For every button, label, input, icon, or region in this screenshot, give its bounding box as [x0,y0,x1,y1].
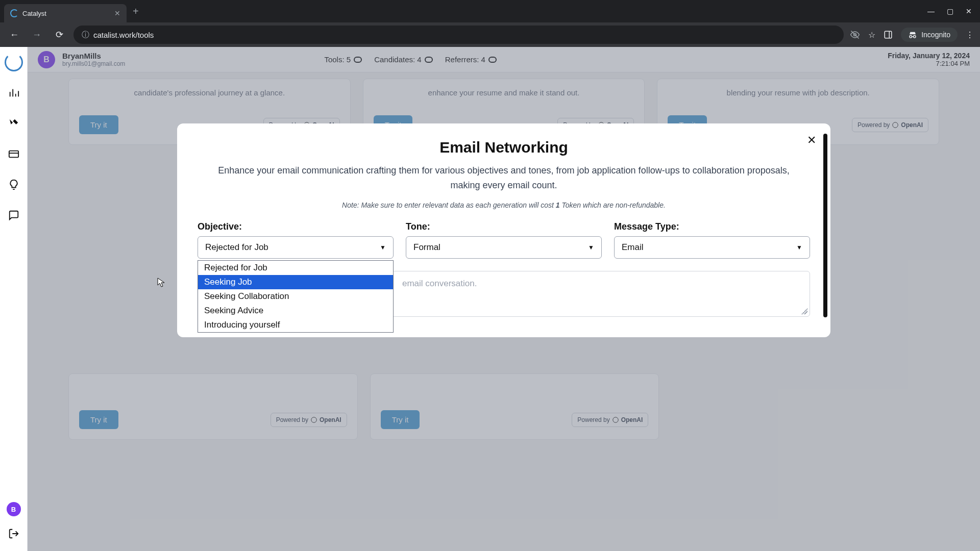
tone-selected: Formal [413,242,440,253]
rail-avatar-initial: B [11,506,16,513]
forward-icon[interactable]: → [29,27,45,43]
svg-rect-2 [885,31,892,38]
modal-title: Email Networking [198,139,810,156]
note-token: 1 [556,201,560,209]
dropdown-option[interactable]: Seeking Advice [198,304,393,318]
kebab-icon[interactable]: ⋮ [966,30,974,40]
chevron-down-icon: ▼ [380,244,386,251]
dropdown-option[interactable]: Seeking Job [198,275,393,289]
resize-handle[interactable] [801,308,807,314]
dropdown-option[interactable]: Rejected for Job [198,261,393,275]
incognito-badge[interactable]: Incognito [901,28,958,42]
star-icon[interactable]: ☆ [868,30,875,40]
message-type-label: Message Type: [614,221,810,232]
objective-select[interactable]: Rejected for Job ▼ [198,236,394,259]
browser-toolbar: ← → ⟳ ⓘ catalist.work/tools ☆ Incognito … [0,22,980,47]
analytics-icon[interactable] [5,84,23,102]
tone-label: Tone: [406,221,602,232]
note-suffix: Token which are non-refundable. [560,201,666,209]
modal-note: Note: Make sure to enter relevant data a… [198,201,810,209]
incognito-icon [908,31,917,38]
eye-off-icon[interactable] [850,30,860,40]
svg-rect-11 [9,151,18,158]
browser-tabstrip: Catalyst ✕ + — ▢ ✕ [0,0,980,22]
modal-overlay[interactable]: ✕ Email Networking Enhance your email co… [28,47,980,551]
email-networking-modal: ✕ Email Networking Enhance your email co… [177,123,830,337]
tab-title: Catalyst [22,10,46,17]
left-rail: B [0,47,28,551]
tone-select[interactable]: Formal ▼ [406,236,602,259]
objective-field: Objective: Rejected for Job ▼ Rejected f… [198,221,394,259]
scrollbar[interactable] [823,134,827,317]
textarea-placeholder-fragment: email conversation. [402,279,477,288]
message-type-selected: Email [622,242,644,253]
address-bar[interactable]: ⓘ catalist.work/tools [74,26,844,44]
tone-field: Tone: Formal ▼ [406,221,602,259]
close-window-icon[interactable]: ✕ [966,7,972,15]
form-row: Objective: Rejected for Job ▼ Rejected f… [198,221,810,259]
objective-label: Objective: [198,221,394,232]
browser-tab[interactable]: Catalyst ✕ [4,4,127,22]
svg-point-4 [910,36,912,38]
dropdown-option[interactable]: Seeking Collaboration [198,289,393,304]
note-prefix: Note: Make sure to enter relevant data a… [342,201,556,209]
minimize-icon[interactable]: — [927,7,935,15]
chevron-down-icon: ▼ [796,244,802,251]
logout-icon[interactable] [5,524,23,543]
objective-dropdown: Rejected for Job Seeking Job Seeking Col… [198,260,394,333]
close-icon[interactable]: ✕ [114,9,120,17]
panel-icon[interactable] [884,30,893,39]
new-tab-button[interactable]: + [133,6,139,17]
tools-icon[interactable] [5,114,23,133]
dropdown-option[interactable]: Introducing yourself [198,318,393,332]
card-icon[interactable] [5,145,23,163]
close-icon[interactable]: ✕ [807,134,816,147]
rail-avatar[interactable]: B [7,502,21,516]
url-text: catalist.work/tools [93,31,154,39]
svg-point-5 [914,36,916,38]
app-logo[interactable] [5,53,23,71]
message-type-field: Message Type: Email ▼ [614,221,810,259]
incognito-label: Incognito [921,31,950,39]
lightbulb-icon[interactable] [5,176,23,194]
maximize-icon[interactable]: ▢ [947,7,953,15]
content-area: B BryanMills bry.mills01@gmail.com Tools… [28,47,980,551]
tab-favicon [10,9,18,17]
site-info-icon[interactable]: ⓘ [82,30,89,40]
objective-selected: Rejected for Job [205,242,268,253]
window-controls: — ▢ ✕ [927,7,976,15]
chevron-down-icon: ▼ [588,244,594,251]
back-icon[interactable]: ← [6,27,22,43]
reload-icon[interactable]: ⟳ [51,27,67,43]
modal-description: Enhance your email communication craftin… [210,163,797,193]
chat-icon[interactable] [5,206,23,224]
message-type-select[interactable]: Email ▼ [614,236,810,259]
